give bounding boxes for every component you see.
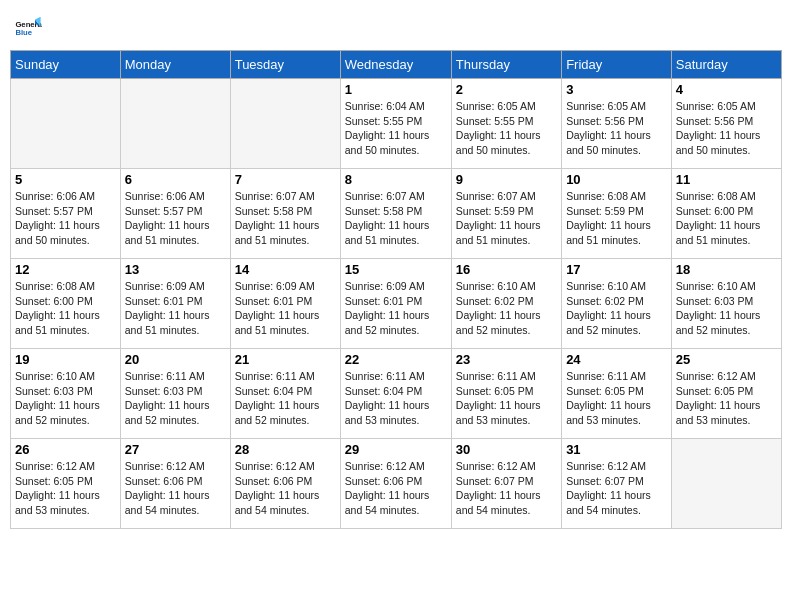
day-info: Sunrise: 6:11 AM Sunset: 6:05 PM Dayligh… [566,369,667,428]
day-info: Sunrise: 6:10 AM Sunset: 6:03 PM Dayligh… [676,279,777,338]
day-number: 26 [15,442,116,457]
day-number: 3 [566,82,667,97]
day-number: 16 [456,262,557,277]
day-number: 6 [125,172,226,187]
calendar-week-row: 26Sunrise: 6:12 AM Sunset: 6:05 PM Dayli… [11,439,782,529]
day-number: 4 [676,82,777,97]
calendar-cell: 26Sunrise: 6:12 AM Sunset: 6:05 PM Dayli… [11,439,121,529]
day-number: 7 [235,172,336,187]
day-info: Sunrise: 6:07 AM Sunset: 5:58 PM Dayligh… [235,189,336,248]
day-number: 2 [456,82,557,97]
calendar-cell: 30Sunrise: 6:12 AM Sunset: 6:07 PM Dayli… [451,439,561,529]
logo-icon: General Blue [14,14,42,42]
calendar-cell: 18Sunrise: 6:10 AM Sunset: 6:03 PM Dayli… [671,259,781,349]
day-info: Sunrise: 6:12 AM Sunset: 6:05 PM Dayligh… [15,459,116,518]
day-info: Sunrise: 6:10 AM Sunset: 6:03 PM Dayligh… [15,369,116,428]
day-info: Sunrise: 6:08 AM Sunset: 6:00 PM Dayligh… [15,279,116,338]
day-number: 31 [566,442,667,457]
calendar-cell: 2Sunrise: 6:05 AM Sunset: 5:55 PM Daylig… [451,79,561,169]
calendar-cell: 27Sunrise: 6:12 AM Sunset: 6:06 PM Dayli… [120,439,230,529]
day-number: 14 [235,262,336,277]
calendar-cell: 4Sunrise: 6:05 AM Sunset: 5:56 PM Daylig… [671,79,781,169]
day-number: 22 [345,352,447,367]
day-number: 29 [345,442,447,457]
day-number: 28 [235,442,336,457]
calendar-cell: 21Sunrise: 6:11 AM Sunset: 6:04 PM Dayli… [230,349,340,439]
day-number: 25 [676,352,777,367]
weekday-header: Sunday [11,51,121,79]
day-info: Sunrise: 6:12 AM Sunset: 6:07 PM Dayligh… [456,459,557,518]
calendar-cell: 8Sunrise: 6:07 AM Sunset: 5:58 PM Daylig… [340,169,451,259]
calendar-cell: 19Sunrise: 6:10 AM Sunset: 6:03 PM Dayli… [11,349,121,439]
weekday-header: Saturday [671,51,781,79]
day-info: Sunrise: 6:11 AM Sunset: 6:04 PM Dayligh… [235,369,336,428]
day-info: Sunrise: 6:08 AM Sunset: 6:00 PM Dayligh… [676,189,777,248]
day-number: 13 [125,262,226,277]
day-info: Sunrise: 6:10 AM Sunset: 6:02 PM Dayligh… [456,279,557,338]
day-number: 27 [125,442,226,457]
day-number: 12 [15,262,116,277]
calendar-week-row: 19Sunrise: 6:10 AM Sunset: 6:03 PM Dayli… [11,349,782,439]
day-number: 15 [345,262,447,277]
day-info: Sunrise: 6:12 AM Sunset: 6:06 PM Dayligh… [235,459,336,518]
day-number: 9 [456,172,557,187]
day-info: Sunrise: 6:06 AM Sunset: 5:57 PM Dayligh… [125,189,226,248]
calendar-cell [120,79,230,169]
calendar-cell: 7Sunrise: 6:07 AM Sunset: 5:58 PM Daylig… [230,169,340,259]
day-info: Sunrise: 6:04 AM Sunset: 5:55 PM Dayligh… [345,99,447,158]
logo: General Blue [14,14,42,42]
day-info: Sunrise: 6:09 AM Sunset: 6:01 PM Dayligh… [125,279,226,338]
calendar-cell: 11Sunrise: 6:08 AM Sunset: 6:00 PM Dayli… [671,169,781,259]
weekday-header: Friday [562,51,672,79]
calendar-cell: 28Sunrise: 6:12 AM Sunset: 6:06 PM Dayli… [230,439,340,529]
calendar-cell: 13Sunrise: 6:09 AM Sunset: 6:01 PM Dayli… [120,259,230,349]
calendar-cell: 12Sunrise: 6:08 AM Sunset: 6:00 PM Dayli… [11,259,121,349]
weekday-header: Thursday [451,51,561,79]
calendar-week-row: 12Sunrise: 6:08 AM Sunset: 6:00 PM Dayli… [11,259,782,349]
calendar-cell: 20Sunrise: 6:11 AM Sunset: 6:03 PM Dayli… [120,349,230,439]
weekday-header-row: SundayMondayTuesdayWednesdayThursdayFrid… [11,51,782,79]
day-info: Sunrise: 6:11 AM Sunset: 6:03 PM Dayligh… [125,369,226,428]
calendar-cell [230,79,340,169]
calendar-cell: 15Sunrise: 6:09 AM Sunset: 6:01 PM Dayli… [340,259,451,349]
calendar-cell: 14Sunrise: 6:09 AM Sunset: 6:01 PM Dayli… [230,259,340,349]
header: General Blue [10,10,782,42]
day-number: 23 [456,352,557,367]
calendar-cell: 23Sunrise: 6:11 AM Sunset: 6:05 PM Dayli… [451,349,561,439]
calendar-cell: 10Sunrise: 6:08 AM Sunset: 5:59 PM Dayli… [562,169,672,259]
day-info: Sunrise: 6:11 AM Sunset: 6:04 PM Dayligh… [345,369,447,428]
day-number: 21 [235,352,336,367]
calendar-cell: 6Sunrise: 6:06 AM Sunset: 5:57 PM Daylig… [120,169,230,259]
day-info: Sunrise: 6:12 AM Sunset: 6:07 PM Dayligh… [566,459,667,518]
day-number: 24 [566,352,667,367]
day-info: Sunrise: 6:12 AM Sunset: 6:06 PM Dayligh… [345,459,447,518]
day-info: Sunrise: 6:09 AM Sunset: 6:01 PM Dayligh… [345,279,447,338]
weekday-header: Wednesday [340,51,451,79]
day-number: 17 [566,262,667,277]
day-number: 8 [345,172,447,187]
calendar-cell: 22Sunrise: 6:11 AM Sunset: 6:04 PM Dayli… [340,349,451,439]
svg-text:Blue: Blue [15,28,32,37]
calendar-cell: 29Sunrise: 6:12 AM Sunset: 6:06 PM Dayli… [340,439,451,529]
day-info: Sunrise: 6:07 AM Sunset: 5:59 PM Dayligh… [456,189,557,248]
day-info: Sunrise: 6:12 AM Sunset: 6:05 PM Dayligh… [676,369,777,428]
day-number: 1 [345,82,447,97]
day-info: Sunrise: 6:06 AM Sunset: 5:57 PM Dayligh… [15,189,116,248]
calendar-cell [11,79,121,169]
weekday-header: Tuesday [230,51,340,79]
day-info: Sunrise: 6:05 AM Sunset: 5:56 PM Dayligh… [676,99,777,158]
calendar-cell: 17Sunrise: 6:10 AM Sunset: 6:02 PM Dayli… [562,259,672,349]
calendar-week-row: 5Sunrise: 6:06 AM Sunset: 5:57 PM Daylig… [11,169,782,259]
day-info: Sunrise: 6:05 AM Sunset: 5:55 PM Dayligh… [456,99,557,158]
day-number: 30 [456,442,557,457]
day-info: Sunrise: 6:07 AM Sunset: 5:58 PM Dayligh… [345,189,447,248]
calendar-week-row: 1Sunrise: 6:04 AM Sunset: 5:55 PM Daylig… [11,79,782,169]
calendar-cell: 3Sunrise: 6:05 AM Sunset: 5:56 PM Daylig… [562,79,672,169]
day-number: 10 [566,172,667,187]
day-info: Sunrise: 6:08 AM Sunset: 5:59 PM Dayligh… [566,189,667,248]
calendar-cell: 16Sunrise: 6:10 AM Sunset: 6:02 PM Dayli… [451,259,561,349]
day-info: Sunrise: 6:09 AM Sunset: 6:01 PM Dayligh… [235,279,336,338]
day-info: Sunrise: 6:05 AM Sunset: 5:56 PM Dayligh… [566,99,667,158]
day-number: 18 [676,262,777,277]
calendar-cell: 24Sunrise: 6:11 AM Sunset: 6:05 PM Dayli… [562,349,672,439]
